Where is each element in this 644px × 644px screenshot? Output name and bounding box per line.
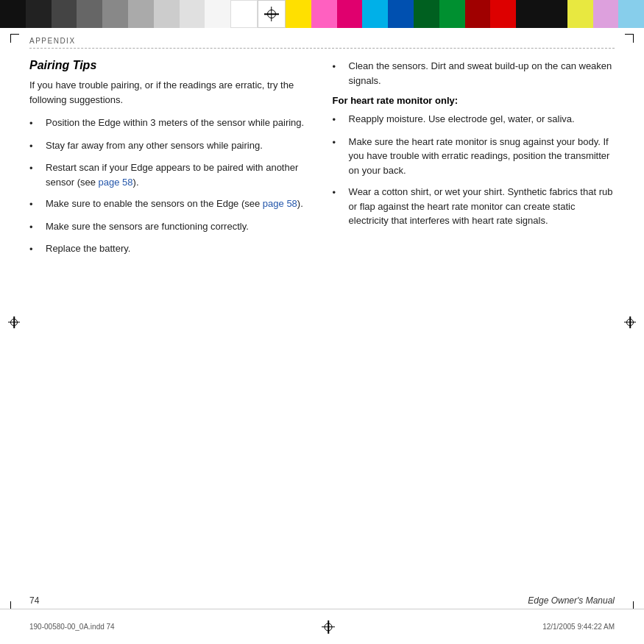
color-swatch-skyblue: [618, 0, 644, 28]
intro-text: If you have trouble pairing, or if the r…: [29, 78, 311, 107]
list-item: • Reapply moisture. Use electrode gel, w…: [333, 112, 615, 127]
bottom-bar: 190-00580-00_0A.indd 74 12/1/2005 9:44:2…: [0, 609, 644, 644]
list-item: • Make sure the heart rate monitor is sn…: [333, 135, 615, 178]
reg-mark-left: [6, 314, 22, 330]
list-item: • Replace the battery.: [29, 241, 311, 257]
color-swatch-6: [128, 0, 154, 28]
file-info: 190-00580-00_0A.indd 74: [29, 623, 115, 631]
appendix-label: Appendix: [29, 37, 615, 49]
list-item: • Restart scan if your Edge appears to b…: [29, 160, 311, 189]
bullet-icon: •: [29, 220, 43, 235]
color-swatch-5: [102, 0, 128, 28]
reg-mark-right: [622, 314, 638, 330]
list-item-text: Position the Edge within 3 meters of the…: [46, 116, 304, 130]
color-swatch-plum: [593, 0, 619, 28]
bottom-crosshair: [322, 620, 335, 634]
list-item: • Wear a cotton shirt, or wet your shirt…: [333, 185, 615, 228]
color-swatch-darkred: [465, 0, 491, 28]
color-swatch-black2: [516, 0, 542, 28]
bullet-icon: •: [29, 161, 43, 176]
heart-rate-header: For heart rate monitor only:: [333, 95, 615, 106]
list-item-text: Make sure the sensors are functioning co…: [46, 219, 249, 234]
color-swatch-8: [180, 0, 205, 28]
corner-bracket-tl: [10, 34, 19, 43]
list-item: • Make sure to enable the sensors on the…: [29, 197, 311, 212]
bullet-icon: •: [333, 135, 346, 150]
heart-rate-bullet-list: • Reapply moisture. Use electrode gel, w…: [333, 112, 615, 228]
list-item-text: Restart scan if your Edge appears to be …: [46, 160, 311, 189]
list-item-text: Replace the battery.: [46, 241, 130, 256]
section-title: Pairing Tips: [29, 59, 311, 72]
list-item-text: Make sure the heart rate monitor is snug…: [349, 135, 615, 178]
manual-title: Edge Owner's Manual: [528, 595, 615, 606]
color-swatch-3: [52, 0, 77, 28]
color-swatch-black3: [542, 0, 567, 28]
right-top-bullet-list: • Clean the sensors. Dirt and sweat buil…: [333, 59, 615, 88]
bullet-icon: •: [29, 197, 43, 212]
color-swatch-10: [230, 0, 258, 28]
bullet-icon: •: [29, 139, 43, 154]
list-item-text: Stay far away from any other sensors whi…: [46, 138, 263, 153]
crosshair-center: [258, 0, 286, 28]
list-item-text: Reapply moisture. Use electrode gel, wat…: [349, 112, 575, 127]
page-link-58b[interactable]: page 58: [263, 198, 297, 209]
page-link-58a[interactable]: page 58: [99, 177, 133, 188]
color-swatch-9: [205, 0, 230, 28]
right-column: • Clean the sensors. Dirt and sweat buil…: [333, 59, 615, 264]
color-swatch-yellow: [286, 0, 311, 28]
list-item-text: Clean the sensors. Dirt and sweat build-…: [349, 59, 615, 88]
page-number: 74: [29, 595, 39, 606]
content-area: Pairing Tips If you have trouble pairing…: [29, 59, 615, 264]
list-item: • Clean the sensors. Dirt and sweat buil…: [333, 59, 615, 88]
color-swatch-7: [154, 0, 180, 28]
color-swatch-4: [77, 0, 102, 28]
color-swatch-green: [439, 0, 465, 28]
color-swatch-1: [0, 0, 26, 28]
color-swatch-darkgreen: [414, 0, 439, 28]
left-column: Pairing Tips If you have trouble pairing…: [29, 59, 311, 264]
color-swatch-cyan: [362, 0, 388, 28]
color-swatch-lime: [567, 0, 593, 28]
color-swatch-2: [26, 0, 52, 28]
bullet-icon: •: [333, 185, 346, 200]
list-item: • Stay far away from any other sensors w…: [29, 138, 311, 154]
page-content: Appendix Pairing Tips If you have troubl…: [29, 37, 615, 607]
date-time: 12/1/2005 9:44:22 AM: [542, 623, 615, 631]
color-swatch-pink: [311, 0, 337, 28]
left-bullet-list: • Position the Edge within 3 meters of t…: [29, 116, 311, 257]
list-item: • Make sure the sensors are functioning …: [29, 219, 311, 235]
color-bar: [0, 0, 644, 28]
bullet-icon: •: [333, 60, 346, 74]
color-swatch-blue: [388, 0, 414, 28]
list-item-text: Wear a cotton shirt, or wet your shirt. …: [349, 185, 615, 228]
color-swatch-red: [490, 0, 516, 28]
list-item-text: Make sure to enable the sensors on the E…: [46, 197, 303, 211]
color-swatch-magenta: [337, 0, 363, 28]
corner-bracket-tr: [625, 34, 634, 43]
bullet-icon: •: [29, 116, 43, 131]
bullet-icon: •: [29, 242, 43, 257]
footer: 74 Edge Owner's Manual: [29, 595, 615, 606]
bullet-icon: •: [333, 113, 346, 127]
list-item: • Position the Edge within 3 meters of t…: [29, 116, 311, 131]
